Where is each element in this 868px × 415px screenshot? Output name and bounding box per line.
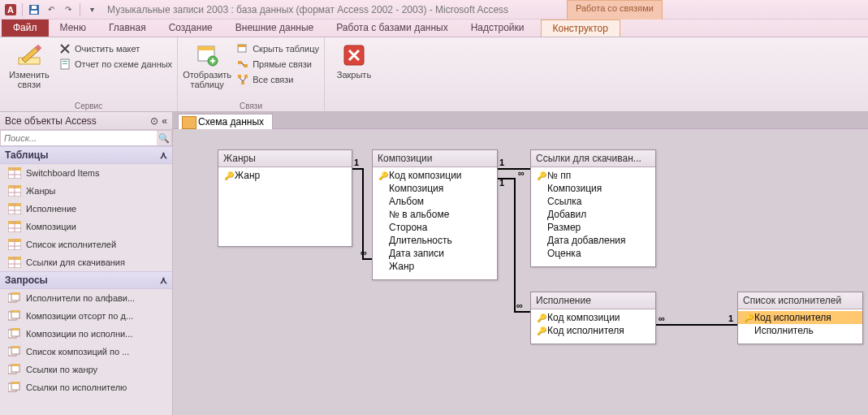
svg-rect-8 <box>63 61 67 62</box>
show-table-button[interactable]: Отобразить таблицу <box>183 39 231 89</box>
title-bar: A ↶ ↷ ▾ Музыкальные записи 2003 : база д… <box>0 0 868 19</box>
schema-field[interactable]: Дата добавления <box>531 234 655 247</box>
direct-relations-label: Прямые связи <box>253 59 312 69</box>
all-relations-icon <box>236 73 249 86</box>
edit-relations-label: Изменить связи <box>5 70 54 89</box>
schema-field[interactable]: Оценка <box>531 247 655 260</box>
svg-rect-50 <box>11 310 19 313</box>
key-icon: 🔑 <box>536 326 547 335</box>
schema-table-performers[interactable]: Список исполнителей 🔑Код исполнителяИспо… <box>737 292 863 344</box>
field-name: Дата добавления <box>547 235 625 246</box>
direct-relations-button[interactable]: Прямые связи <box>236 58 319 71</box>
query-icon <box>8 382 21 393</box>
qat-more-icon[interactable]: ▾ <box>84 2 99 17</box>
nav-table-item[interactable]: Список исполнителей <box>0 236 172 253</box>
schema-field[interactable]: Исполнитель <box>738 324 862 337</box>
schema-field[interactable]: Альбом <box>373 195 497 208</box>
schema-field[interactable]: Дата записи <box>373 247 497 260</box>
nav-group-queries[interactable]: Запросы ⋏ <box>0 271 172 289</box>
close-button[interactable]: Закрыть <box>330 39 378 80</box>
schema-field[interactable]: Композиция <box>373 182 497 195</box>
nav-table-item[interactable]: Switchboard Items <box>0 164 172 182</box>
schema-field[interactable]: № в альбоме <box>373 208 497 221</box>
schema-field[interactable]: Длительность <box>373 234 497 247</box>
schema-field[interactable]: Композиция <box>531 182 655 195</box>
schema-field[interactable]: Добавил <box>531 208 655 221</box>
tab-designer[interactable]: Конструктор <box>541 19 620 37</box>
tab-addins[interactable]: Надстройки <box>460 19 536 37</box>
svg-rect-11 <box>198 46 214 50</box>
search-input[interactable] <box>1 132 157 145</box>
schema-canvas[interactable]: Жанры 🔑Жанр Композиции 🔑Код композицииКо… <box>173 128 868 415</box>
schema-report-button[interactable]: Отчет по схеме данных <box>58 58 172 71</box>
nav-query-item[interactable]: Композиции отсорт по д... <box>0 307 172 325</box>
schema-field[interactable]: Размер <box>531 221 655 234</box>
schema-table-genres[interactable]: Жанры 🔑Жанр <box>218 149 352 247</box>
key-icon: 🔑 <box>743 313 754 322</box>
nav-table-item[interactable]: Композиции <box>0 218 172 236</box>
schema-field[interactable]: 🔑Код композиции <box>373 169 497 182</box>
clear-layout-button[interactable]: Очистить макет <box>58 42 172 55</box>
redo-icon[interactable]: ↷ <box>61 2 76 17</box>
hide-table-button[interactable]: Скрыть таблицу <box>236 42 319 55</box>
all-relations-button[interactable]: Все связи <box>236 73 319 86</box>
nav-group-tables[interactable]: Таблицы ⋏ <box>0 146 172 164</box>
cardinality-one: 1 <box>499 158 504 167</box>
schema-table-compositions[interactable]: Композиции 🔑Код композицииКомпозицияАльб… <box>372 149 498 280</box>
ribbon-group-label-service: Сервис <box>0 102 177 110</box>
key-icon: 🔑 <box>536 171 547 180</box>
schema-field[interactable]: 🔑Код композиции <box>531 311 655 324</box>
nav-item-label: Исполнение <box>26 204 76 214</box>
file-tab[interactable]: Файл <box>2 19 49 37</box>
nav-query-item[interactable]: Список композиций по ... <box>0 343 172 361</box>
schema-field[interactable]: 🔑№ пп <box>531 169 655 182</box>
relation-line <box>498 168 530 170</box>
tab-dbtools[interactable]: Работа с базами данных <box>325 19 459 37</box>
schema-field[interactable]: 🔑Код исполнителя <box>531 324 655 337</box>
cardinality-one: 1 <box>728 313 733 323</box>
field-name: Код исполнителя <box>547 325 624 336</box>
nav-query-item[interactable]: Ссылки по жанру <box>0 361 172 378</box>
schema-field[interactable]: Сторона <box>373 221 497 234</box>
schema-field[interactable]: 🔑Код исполнителя <box>738 311 862 324</box>
ribbon-tabs: Файл Меню Главная Создание Внешние данны… <box>0 19 868 37</box>
svg-rect-62 <box>11 382 19 384</box>
field-name: Добавил <box>547 209 586 220</box>
svg-rect-14 <box>238 45 246 47</box>
nav-item-label: Композиции по исполни... <box>26 329 132 339</box>
nav-query-item[interactable]: Композиции по исполни... <box>0 325 172 343</box>
hide-table-icon <box>236 42 249 55</box>
nav-table-item[interactable]: Жанры <box>0 182 172 200</box>
edit-relations-button[interactable]: Изменить связи <box>5 39 54 89</box>
undo-icon[interactable]: ↶ <box>44 2 58 17</box>
document-tab[interactable]: Схема данных <box>178 114 273 129</box>
clear-layout-label: Очистить макет <box>75 44 140 54</box>
svg-rect-59 <box>11 364 19 366</box>
key-icon: 🔑 <box>223 171 235 180</box>
nav-table-item[interactable]: Исполнение <box>0 200 172 218</box>
collapse-icon: ⋏ <box>160 149 167 161</box>
search-icon[interactable]: 🔍 <box>157 131 171 145</box>
nav-header[interactable]: Все объекты Access ⊙ « <box>0 112 172 130</box>
schema-report-label: Отчет по схеме данных <box>75 59 172 69</box>
tab-menu[interactable]: Меню <box>49 19 97 37</box>
nav-query-item[interactable]: Исполнители по алфави... <box>0 289 172 307</box>
nav-table-item[interactable]: Ссылки для скачивания <box>0 253 172 271</box>
all-relations-label: Все связи <box>253 75 293 84</box>
tab-home[interactable]: Главная <box>97 19 158 37</box>
query-icon <box>8 310 21 322</box>
tab-create[interactable]: Создание <box>158 19 224 37</box>
nav-collapse-icon[interactable]: « <box>162 115 167 127</box>
schema-field[interactable]: 🔑Жанр <box>218 169 352 182</box>
nav-query-item[interactable]: Ссылки по исполнителю <box>0 378 172 396</box>
schema-field[interactable]: Ссылка <box>531 195 655 208</box>
save-icon[interactable] <box>27 2 41 17</box>
show-table-label: Отобразить таблицу <box>183 70 231 89</box>
schema-field[interactable]: Жанр <box>373 260 497 273</box>
nav-header-label: Все объекты Access <box>5 115 97 127</box>
schema-table-links[interactable]: Ссылки для скачиван... 🔑№ ппКомпозицияСс… <box>530 149 656 267</box>
app-icon[interactable]: A <box>3 2 18 17</box>
nav-dropdown-icon[interactable]: ⊙ <box>150 115 158 127</box>
schema-table-performance[interactable]: Исполнение 🔑Код композиции🔑Код исполните… <box>530 292 656 344</box>
tab-external[interactable]: Внешние данные <box>224 19 326 37</box>
